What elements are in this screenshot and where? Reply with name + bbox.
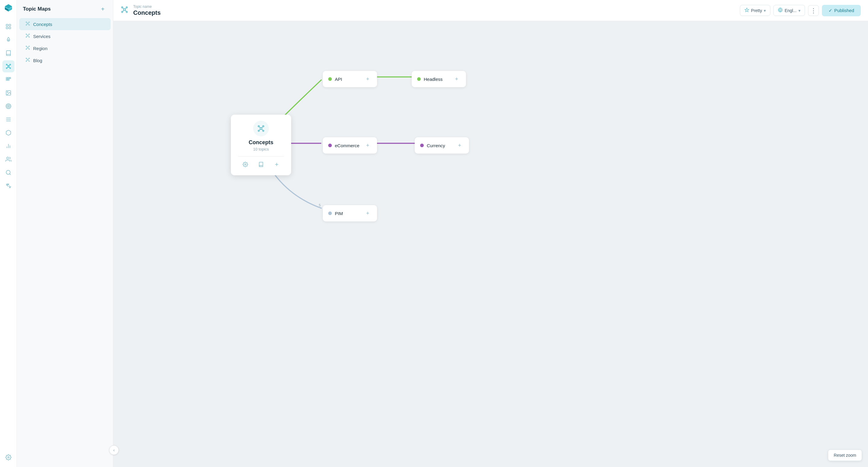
currency-label: Currency — [427, 143, 453, 148]
svg-point-9 — [10, 67, 10, 68]
sidebar-item-services[interactable]: Services — [19, 30, 111, 42]
topbar-info: Topic name Concepts — [133, 4, 735, 16]
svg-point-45 — [29, 34, 30, 35]
center-node-divider — [238, 156, 284, 156]
center-node-view-button[interactable] — [256, 159, 266, 169]
sidebar-item-region[interactable]: Region — [19, 42, 111, 54]
nav-box-icon[interactable] — [2, 127, 14, 139]
connections-svg — [113, 21, 868, 467]
svg-rect-17 — [6, 79, 7, 80]
nav-book-icon[interactable] — [2, 47, 14, 59]
nav-settings-icon[interactable] — [2, 451, 14, 463]
svg-point-64 — [26, 61, 27, 62]
published-check-icon: ✓ — [829, 8, 832, 13]
svg-point-54 — [29, 46, 30, 47]
svg-point-22 — [7, 105, 10, 108]
svg-point-62 — [26, 58, 27, 59]
nav-target-icon[interactable] — [2, 100, 14, 112]
svg-point-23 — [8, 106, 9, 107]
language-icon — [778, 7, 783, 13]
svg-point-7 — [10, 64, 10, 65]
topbar: Topic name Concepts Pretty ▾ Engl... ▾ ⋮ — [113, 0, 868, 21]
api-dot — [328, 77, 332, 81]
published-button[interactable]: ✓ Published — [822, 5, 861, 16]
node-pim[interactable]: PIM + — [323, 205, 377, 222]
nav-content-icon[interactable] — [2, 21, 14, 33]
ecommerce-dot — [328, 144, 332, 147]
svg-rect-2 — [6, 27, 8, 29]
svg-line-92 — [261, 129, 262, 130]
svg-line-39 — [27, 23, 27, 23]
svg-point-37 — [26, 24, 27, 25]
language-button[interactable]: Engl... ▾ — [773, 5, 805, 16]
svg-line-91 — [259, 129, 260, 130]
center-node-actions — [238, 159, 284, 169]
svg-rect-14 — [6, 78, 7, 79]
svg-line-49 — [28, 35, 29, 35]
svg-line-10 — [7, 65, 8, 66]
svg-point-63 — [29, 58, 30, 59]
sidebar-item-label-services: Services — [33, 34, 51, 39]
canvas: Concepts 10 topics API + — [113, 21, 868, 467]
topbar-topic-map-icon — [121, 6, 128, 16]
svg-rect-16 — [10, 78, 10, 79]
svg-point-5 — [7, 66, 9, 67]
pim-connection-label: 5 — [319, 203, 321, 207]
sidebar-toggle-button[interactable]: ‹ — [109, 445, 119, 455]
node-api[interactable]: API + — [323, 71, 377, 87]
svg-line-59 — [27, 48, 27, 49]
pim-dot — [328, 211, 332, 215]
svg-line-58 — [28, 47, 29, 47]
nav-image-icon[interactable] — [2, 87, 14, 99]
icon-rail — [0, 0, 17, 467]
svg-rect-18 — [8, 79, 9, 80]
svg-line-60 — [28, 48, 29, 49]
svg-point-56 — [29, 49, 30, 50]
sidebar-item-blog[interactable]: Blog — [19, 54, 111, 66]
headless-add-button[interactable]: + — [453, 75, 461, 83]
center-node-settings-button[interactable] — [241, 159, 250, 169]
node-currency[interactable]: Currency + — [415, 137, 469, 153]
svg-point-20 — [7, 92, 7, 93]
node-ecommerce[interactable]: eCommerce + — [323, 137, 377, 153]
center-node-add-button[interactable] — [272, 159, 281, 169]
pretty-button[interactable]: Pretty ▾ — [740, 5, 771, 16]
nav-topic-map-icon[interactable] — [2, 60, 14, 72]
nav-users-icon[interactable] — [2, 153, 14, 165]
nav-translate-icon[interactable] — [2, 180, 14, 192]
svg-rect-15 — [8, 78, 9, 79]
svg-line-32 — [9, 174, 10, 175]
pretty-label: Pretty — [751, 8, 762, 13]
sidebar-add-button[interactable]: + — [98, 5, 107, 13]
center-node[interactable]: Concepts 10 topics — [231, 115, 291, 175]
svg-point-93 — [245, 164, 246, 165]
nav-apps-icon[interactable] — [2, 74, 14, 86]
svg-point-38 — [29, 24, 30, 25]
ecommerce-add-button[interactable]: + — [364, 142, 372, 149]
svg-point-33 — [7, 457, 9, 458]
currency-add-button[interactable]: + — [456, 142, 464, 149]
more-dots-icon: ⋮ — [810, 7, 816, 14]
sidebar-item-label-blog: Blog — [33, 58, 42, 63]
region-icon — [25, 45, 30, 51]
svg-line-40 — [28, 23, 29, 23]
reset-zoom-button[interactable]: Reset zoom — [828, 449, 862, 461]
nav-search-icon[interactable] — [2, 167, 14, 179]
svg-line-76 — [125, 8, 126, 9]
nav-chart-icon[interactable] — [2, 140, 14, 152]
svg-line-42 — [28, 24, 29, 24]
more-options-button[interactable]: ⋮ — [808, 5, 819, 16]
svg-point-4 — [8, 39, 9, 40]
nav-list-icon[interactable] — [2, 113, 14, 125]
svg-point-71 — [121, 7, 123, 8]
svg-point-55 — [26, 49, 27, 50]
svg-point-6 — [6, 64, 7, 65]
sidebar-item-concepts[interactable]: Concepts — [19, 18, 111, 30]
pim-add-button[interactable]: + — [364, 209, 372, 217]
svg-line-12 — [7, 67, 8, 68]
api-add-button[interactable]: + — [364, 75, 372, 83]
nav-rocket-icon[interactable] — [2, 34, 14, 46]
node-headless[interactable]: Headless + — [412, 71, 466, 87]
svg-line-78 — [125, 10, 126, 11]
svg-point-53 — [26, 46, 27, 47]
